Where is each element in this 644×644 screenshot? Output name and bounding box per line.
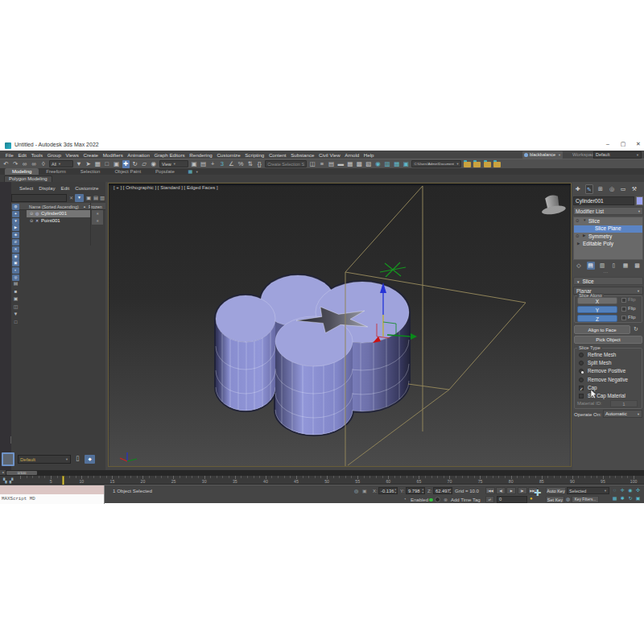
folder-icon[interactable] bbox=[493, 162, 501, 167]
explorer-menu-item[interactable]: Select bbox=[19, 185, 33, 191]
panel-splitter[interactable] bbox=[572, 272, 644, 275]
viewport-nav-icon[interactable]: ✱ bbox=[619, 495, 626, 502]
explorer-tool-icon[interactable]: ▣ bbox=[12, 295, 19, 302]
display-toggle-icon[interactable]: ▼ bbox=[12, 218, 19, 225]
toolbar-icon[interactable]: ▤ bbox=[200, 160, 207, 168]
toolbar-icon[interactable]: ▱ bbox=[141, 160, 148, 168]
menu-item[interactable]: Views bbox=[64, 152, 81, 158]
modifier-stack-row[interactable]: ▶Editable Poly bbox=[574, 241, 642, 249]
toolbar-icon[interactable]: {} bbox=[256, 160, 263, 168]
folder-icon[interactable] bbox=[464, 162, 471, 167]
viewport-nav-icon[interactable]: ✣ bbox=[634, 487, 642, 494]
toolbar-icon[interactable]: ▤ bbox=[328, 160, 335, 168]
slice-axis-button[interactable]: X bbox=[577, 297, 617, 305]
close-button[interactable]: ✕ bbox=[634, 141, 642, 147]
modify-tab-icon[interactable]: ✎ bbox=[585, 184, 593, 194]
toolbar-icon[interactable]: ▦ bbox=[94, 160, 101, 168]
toolbar-icon[interactable]: 3 bbox=[218, 160, 225, 168]
object-name-field[interactable]: Cylinder001 bbox=[573, 196, 634, 205]
macro-recorder-field[interactable] bbox=[0, 485, 105, 494]
menu-item[interactable]: Substance bbox=[288, 152, 316, 158]
menu-item[interactable]: Animation bbox=[126, 152, 152, 158]
selection-lock-icon[interactable]: ▣ bbox=[362, 488, 367, 493]
toolbar-icon[interactable]: ∠ bbox=[228, 160, 235, 168]
point-helper[interactable] bbox=[380, 262, 406, 277]
menu-item[interactable]: Scripting bbox=[242, 152, 266, 158]
y-coordinate-field[interactable]: 9.798▲▼ bbox=[406, 487, 425, 494]
radio-button[interactable] bbox=[579, 369, 584, 374]
stack-tool-icon[interactable]: ▦ bbox=[621, 262, 630, 269]
checkbox[interactable] bbox=[579, 394, 584, 398]
display-toggle-icon[interactable]: ▣ bbox=[12, 260, 19, 266]
flip-checkbox[interactable] bbox=[621, 298, 626, 303]
scene-object-row[interactable]: ⊙✕Point001∗ bbox=[11, 217, 105, 225]
maxscript-listener-field[interactable]: MAXScript MD bbox=[0, 494, 105, 504]
display-toggle-icon[interactable]: ≋ bbox=[12, 239, 19, 246]
menu-item[interactable]: Create bbox=[81, 152, 101, 158]
radio-button[interactable] bbox=[579, 353, 584, 357]
viewport-nav-icon[interactable]: ▣ bbox=[634, 495, 642, 502]
mute-button[interactable] bbox=[435, 497, 440, 502]
flip-checkbox[interactable] bbox=[621, 316, 626, 320]
minimize-button[interactable]: – bbox=[604, 141, 612, 147]
playback-button[interactable]: ◀| bbox=[496, 487, 506, 494]
toolbar-icon[interactable]: □ bbox=[103, 160, 110, 168]
slice-rollout-header[interactable]: ▼Slice bbox=[573, 277, 643, 285]
modifier-stack-row[interactable]: Slice Plane bbox=[574, 225, 642, 233]
material-id-spinner[interactable]: 1 bbox=[610, 400, 638, 407]
mini-curve-icon[interactable]: ▞ bbox=[10, 477, 14, 483]
display-toggle-icon[interactable]: ✦ bbox=[12, 211, 19, 217]
trash-icon[interactable]: ▯ bbox=[76, 454, 80, 462]
toolbar-icon[interactable]: ↷ bbox=[12, 160, 19, 168]
ribbon-tab[interactable]: Object Paint bbox=[107, 168, 148, 175]
align-to-face-button[interactable]: Align to Face bbox=[574, 325, 630, 334]
mini-trackbar-icon[interactable]: ▚ bbox=[3, 477, 7, 483]
display-toggle-icon[interactable]: ◉ bbox=[12, 254, 19, 260]
radio-button[interactable] bbox=[579, 361, 584, 365]
track-bar[interactable]: ▚▞ 5101520253035404550556065707580859095… bbox=[0, 475, 644, 485]
toolbar-icon[interactable]: ◉ bbox=[374, 160, 382, 168]
scene-object-row[interactable]: ⊙◎Cylinder001∗ bbox=[11, 210, 105, 217]
motion-tab-icon[interactable]: ◎ bbox=[608, 186, 616, 192]
menu-item[interactable]: Help bbox=[361, 152, 376, 158]
stack-tool-icon[interactable]: ▤ bbox=[587, 262, 595, 270]
viewport-nav-icon[interactable]: ▦ bbox=[611, 495, 618, 502]
toolbar-icon[interactable]: ⇅ bbox=[246, 160, 254, 168]
z-coordinate-field[interactable]: 62.497▲▼ bbox=[433, 487, 452, 494]
menu-item[interactable]: Graph Editors bbox=[152, 152, 188, 158]
filter-funnel-icon[interactable]: ▼ bbox=[75, 194, 84, 202]
explorer-column-header[interactable]: Name (Sorted Ascending) ▲ Frozen bbox=[11, 203, 105, 210]
refresh-icon[interactable]: ↻ bbox=[634, 326, 638, 332]
explorer-sheet2-icon[interactable]: ▥ bbox=[100, 195, 105, 201]
toolbar-icon[interactable]: ▦ bbox=[346, 160, 353, 168]
display-toggle-icon[interactable]: ▶ bbox=[12, 225, 19, 231]
toolbar-icon[interactable]: ◊ bbox=[39, 160, 47, 168]
explorer-search-input[interactable] bbox=[11, 194, 67, 202]
explorer-menu-item[interactable]: Display bbox=[39, 185, 55, 191]
slice-axis-button[interactable]: Y bbox=[577, 306, 617, 314]
toolbar-icon[interactable]: % bbox=[237, 160, 244, 168]
explorer-preset-dropdown[interactable]: Default▼ bbox=[18, 455, 71, 464]
viewport-nav-icon[interactable]: ✛ bbox=[619, 487, 626, 494]
explorer-tool-icon[interactable]: ■ bbox=[12, 288, 19, 295]
menu-item[interactable]: Group bbox=[45, 152, 64, 158]
toolbar-icon[interactable]: ↶ bbox=[2, 160, 10, 168]
toolbar-icon[interactable]: ▩ bbox=[356, 160, 363, 168]
toolbar-icon[interactable]: ▣ bbox=[402, 160, 410, 168]
modifier-stack-row[interactable]: ⊙▶Symmetry bbox=[574, 233, 642, 241]
display-toggle-icon[interactable]: ◐ bbox=[12, 267, 19, 274]
playback-button[interactable]: |▶ bbox=[518, 487, 527, 494]
utilities-tab-icon[interactable]: ⚒ bbox=[630, 186, 638, 192]
menu-item[interactable]: Modifiers bbox=[101, 152, 126, 158]
menu-item[interactable]: Arnold bbox=[343, 152, 361, 158]
slice-axis-button[interactable]: Z bbox=[577, 315, 617, 323]
add-workspace-icon[interactable]: ✚ bbox=[534, 488, 541, 498]
selection-filter-dropdown[interactable]: All▼ bbox=[49, 160, 73, 167]
toolbar-icon[interactable]: ▣ bbox=[191, 160, 198, 168]
menu-item[interactable]: Customize bbox=[215, 152, 243, 158]
playback-button[interactable]: ▶ bbox=[506, 487, 516, 494]
viewport-nav-icon[interactable]: ◉ bbox=[626, 487, 634, 494]
create-tab-icon[interactable]: ✚ bbox=[574, 186, 582, 192]
toolbar-icon[interactable]: ∞ bbox=[31, 160, 38, 168]
isolate-selection-icon[interactable]: ◎ bbox=[354, 488, 358, 493]
